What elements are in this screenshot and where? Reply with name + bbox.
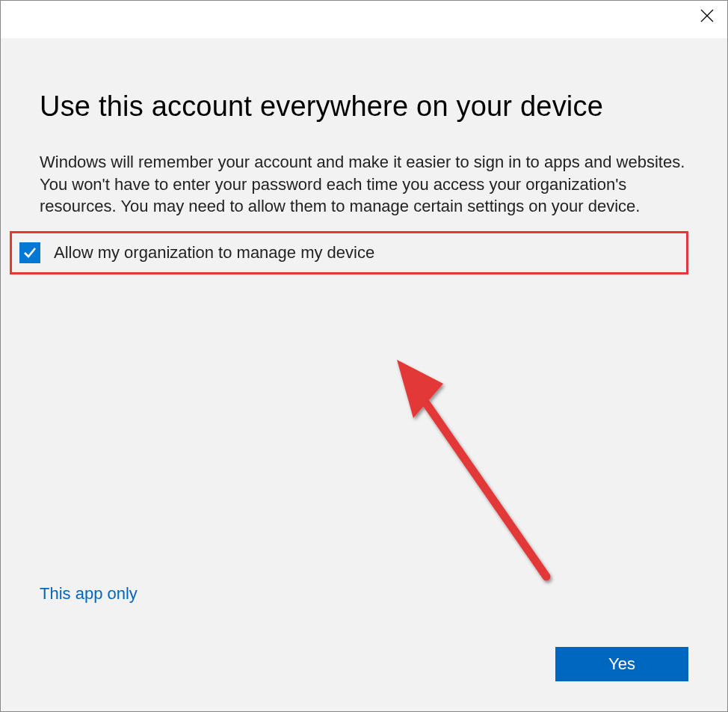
- page-title: Use this account everywhere on your devi…: [40, 90, 688, 123]
- svg-marker-3: [397, 360, 443, 418]
- checkmark-icon: [22, 245, 37, 260]
- annotation-arrow-icon: [374, 337, 599, 599]
- svg-line-2: [419, 393, 546, 577]
- dialog-body: Use this account everywhere on your devi…: [1, 38, 727, 711]
- annotation-highlight-box: Allow my organization to manage my devic…: [10, 231, 688, 274]
- description-text: Windows will remember your account and m…: [40, 151, 688, 218]
- dialog-footer: This app only Yes: [40, 584, 688, 681]
- checkbox-label: Allow my organization to manage my devic…: [54, 243, 374, 263]
- allow-manage-checkbox[interactable]: [19, 242, 40, 263]
- dialog-window: Use this account everywhere on your devi…: [0, 0, 728, 712]
- close-icon: [700, 9, 714, 22]
- this-app-only-link[interactable]: This app only: [40, 584, 138, 604]
- button-row: Yes: [40, 647, 688, 681]
- close-button[interactable]: [687, 1, 727, 31]
- titlebar: [1, 1, 727, 38]
- yes-button[interactable]: Yes: [555, 647, 688, 681]
